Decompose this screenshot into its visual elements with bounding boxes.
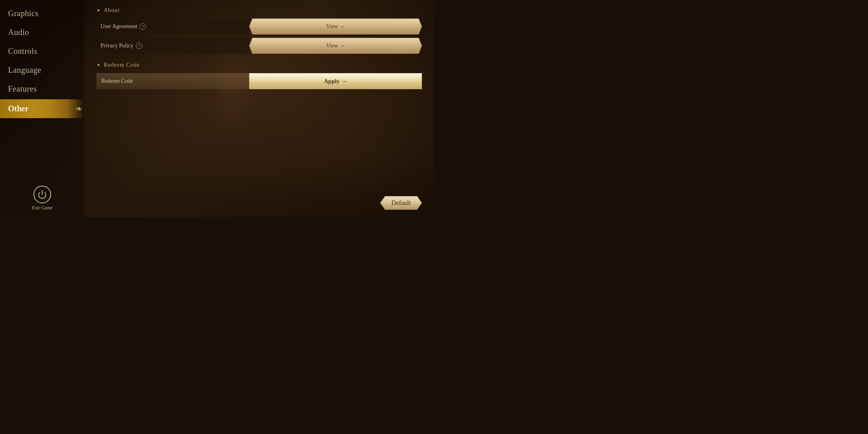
default-button[interactable]: Default [380,196,422,210]
privacy-policy-view-label: View → [326,43,345,49]
exit-game-button[interactable]: Exit Game [32,186,53,211]
user-agreement-view-button[interactable]: View → [249,18,422,35]
redeem-code-label: Redeem Code [101,78,133,84]
default-button-container: Default [380,196,422,210]
redeem-section: ✦ Redeem Code Redeem Code Apply → [96,62,422,89]
apply-button[interactable]: Apply → [249,73,422,89]
main-content: ✦ About User Agreement ? View → Privacy … [84,0,434,217]
sidebar-item-graphics[interactable]: Graphics [0,4,84,23]
privacy-policy-view-button[interactable]: View → [249,38,422,54]
user-agreement-label: User Agreement ? [96,18,249,35]
sidebar-item-audio[interactable]: Audio [0,23,84,42]
user-agreement-row: User Agreement ? View → [96,18,422,35]
redeem-code-input-area: Redeem Code [96,73,249,89]
redeem-diamond: ✦ [96,62,100,68]
sidebar-item-language[interactable]: Language [0,61,84,80]
privacy-policy-help-icon[interactable]: ? [136,43,142,49]
redeem-section-header: ✦ Redeem Code [96,62,422,68]
power-icon [33,186,51,203]
sidebar-item-controls[interactable]: Controls [0,42,84,61]
about-title: About [104,7,120,14]
redeem-title: Redeem Code [104,62,140,68]
leaf-icon: ❧ [75,104,82,114]
redeem-code-row: Redeem Code Apply → [96,73,422,89]
about-diamond: ✦ [96,8,100,14]
privacy-policy-label: Privacy Policy ? [96,38,249,54]
sidebar-item-features[interactable]: Features [0,80,84,98]
about-section-header: ✦ About [96,7,422,14]
exit-game-label: Exit Game [32,205,53,211]
sidebar: Graphics Audio Controls Language Feature… [0,0,84,217]
sidebar-item-other[interactable]: Other ❧ [0,99,84,118]
user-agreement-help-icon[interactable]: ? [139,23,146,30]
apply-label: Apply → [324,78,347,85]
user-agreement-view-label: View → [326,23,345,30]
privacy-policy-row: Privacy Policy ? View → [96,38,422,54]
